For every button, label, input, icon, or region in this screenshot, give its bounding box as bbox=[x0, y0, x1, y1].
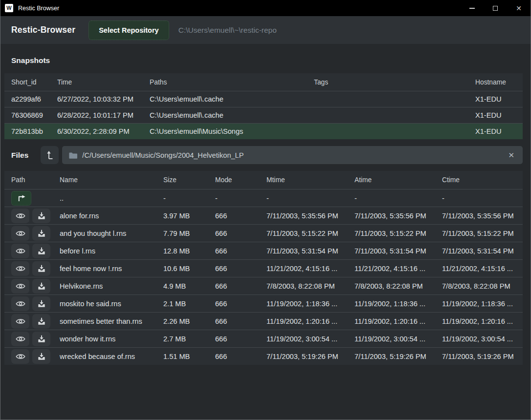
file-ctime: 7/11/2003, 5:31:54 PM bbox=[442, 247, 523, 255]
parent-dir-button[interactable] bbox=[11, 191, 31, 206]
clear-path-button[interactable]: ✕ bbox=[507, 151, 516, 160]
file-ctime: 11/19/2002, 1:18:36 ... bbox=[442, 300, 523, 308]
download-file-button[interactable] bbox=[32, 296, 50, 311]
preview-file-button[interactable] bbox=[11, 261, 29, 276]
eye-icon bbox=[16, 335, 25, 343]
app-title: Restic-Browser bbox=[11, 25, 75, 35]
preview-file-button[interactable] bbox=[11, 209, 29, 223]
snapshot-hostname: X1-EDU bbox=[475, 127, 523, 135]
file-atime: 7/11/2003, 5:15:22 PM bbox=[354, 230, 442, 237]
turn-right-arrow-icon bbox=[17, 194, 26, 202]
file-row: before l.rns 12.8 MB 666 7/11/2003, 5:31… bbox=[4, 242, 523, 259]
minimize-icon bbox=[469, 8, 475, 9]
file-mtime: 7/11/2003, 5:31:54 PM bbox=[266, 247, 354, 255]
column-header-size: Size bbox=[163, 176, 215, 184]
download-icon bbox=[38, 300, 45, 308]
files-heading: Files bbox=[11, 151, 28, 160]
column-header-ctime: Ctime bbox=[442, 176, 523, 184]
file-size: 2.7 MB bbox=[163, 335, 215, 343]
window-title: Restic Browser bbox=[18, 5, 59, 12]
column-header-short-id: Short_id bbox=[11, 79, 57, 86]
file-row: alone for.rns 3.97 MB 666 7/11/2003, 5:3… bbox=[4, 207, 523, 224]
snapshot-paths: C:\Users\emuell\.cache bbox=[150, 111, 314, 119]
snapshot-paths: C:\Users\emuell\.cache bbox=[150, 95, 314, 103]
file-mtime: 7/11/2003, 5:35:56 PM bbox=[266, 212, 354, 220]
file-size: 10.6 MB bbox=[163, 265, 215, 273]
download-icon bbox=[38, 265, 45, 273]
download-icon bbox=[38, 282, 45, 290]
file-mode: 666 bbox=[215, 317, 266, 325]
file-atime: 11/19/2002, 1:18:36 ... bbox=[354, 300, 442, 308]
column-header-hostname: Hostname bbox=[475, 79, 523, 86]
snapshot-row[interactable]: 76306869 6/28/2022, 10:01:17 PM C:\Users… bbox=[4, 107, 523, 123]
eye-icon bbox=[16, 300, 25, 308]
download-file-button[interactable] bbox=[32, 244, 50, 258]
minimize-button[interactable] bbox=[460, 0, 484, 16]
file-mtime: 7/11/2003, 5:19:26 PM bbox=[266, 353, 354, 360]
file-mode: 666 bbox=[215, 335, 266, 343]
repository-path: C:\Users\emuell\~\restic-repo bbox=[178, 26, 277, 35]
file-name: moskito he said.rns bbox=[60, 300, 163, 308]
select-repository-button[interactable]: Select Repository bbox=[88, 21, 169, 40]
file-row: wrecked because of.rns 1.51 MB 666 7/11/… bbox=[4, 347, 523, 365]
preview-file-button[interactable] bbox=[11, 332, 29, 346]
path-breadcrumb: /C/Users/emuell/Music/Songs/2004_Helveti… bbox=[62, 146, 523, 164]
app-header: Restic-Browser Select Repository C:\User… bbox=[0, 16, 531, 44]
download-file-button[interactable] bbox=[32, 332, 50, 346]
download-file-button[interactable] bbox=[32, 349, 50, 364]
preview-file-button[interactable] bbox=[11, 296, 29, 311]
file-mode: 666 bbox=[215, 282, 266, 290]
files-table-header: Path Name Size Mode Mtime Atime Ctime bbox=[4, 171, 523, 189]
preview-file-button[interactable] bbox=[11, 314, 29, 329]
file-mtime: 11/19/2002, 3:00:54 ... bbox=[266, 335, 354, 343]
file-mode: 666 bbox=[215, 212, 266, 220]
file-name: feel home now !.rns bbox=[60, 265, 163, 273]
file-name: alone for.rns bbox=[60, 212, 163, 220]
preview-file-button[interactable] bbox=[11, 244, 29, 258]
titlebar: W Restic Browser ✕ bbox=[0, 0, 531, 16]
maximize-button[interactable] bbox=[484, 0, 507, 16]
file-mtime: 11/19/2002, 1:18:36 ... bbox=[266, 300, 354, 308]
download-icon bbox=[38, 212, 45, 220]
download-file-button[interactable] bbox=[32, 209, 50, 223]
file-name: wrecked because of.rns bbox=[60, 353, 163, 360]
snapshots-heading: Snapshots bbox=[0, 44, 531, 73]
file-atime: 7/11/2003, 5:19:26 PM bbox=[354, 353, 442, 360]
file-ctime: 7/11/2003, 5:19:26 PM bbox=[442, 353, 523, 360]
app-icon: W bbox=[5, 4, 13, 12]
maximize-icon bbox=[493, 6, 498, 11]
download-icon bbox=[38, 230, 45, 237]
download-file-button[interactable] bbox=[32, 279, 50, 294]
eye-icon bbox=[16, 212, 25, 220]
snapshot-row-selected[interactable]: 72b813bb 6/30/2022, 2:28:09 PM C:\Users\… bbox=[4, 123, 523, 139]
snapshot-short-id: 76306869 bbox=[11, 111, 57, 119]
file-ctime: 11/21/2002, 4:15:16 ... bbox=[442, 265, 523, 273]
file-mode: 666 bbox=[215, 230, 266, 237]
download-icon bbox=[38, 335, 45, 343]
preview-file-button[interactable] bbox=[11, 349, 29, 364]
file-name: .. bbox=[60, 194, 163, 202]
file-mtime: 7/8/2003, 8:22:08 PM bbox=[266, 282, 354, 290]
file-size: 12.8 MB bbox=[163, 247, 215, 255]
download-file-button[interactable] bbox=[32, 226, 50, 241]
file-ctime: - bbox=[442, 194, 523, 202]
file-mtime: 11/19/2002, 1:20:16 ... bbox=[266, 317, 354, 325]
column-header-atime: Atime bbox=[354, 176, 442, 184]
file-size: 2.26 MB bbox=[163, 317, 215, 325]
folder-icon bbox=[69, 152, 77, 159]
download-file-button[interactable] bbox=[32, 314, 50, 329]
column-header-mode: Mode bbox=[215, 176, 266, 184]
close-button[interactable]: ✕ bbox=[507, 0, 531, 16]
download-file-button[interactable] bbox=[32, 261, 50, 276]
file-name: sometimes better than.rns bbox=[60, 317, 163, 325]
preview-file-button[interactable] bbox=[11, 226, 29, 241]
file-size: 1.51 MB bbox=[163, 353, 215, 360]
snapshot-row[interactable]: a2299af6 6/27/2022, 10:03:32 PM C:\Users… bbox=[4, 91, 523, 107]
file-atime: 7/11/2003, 5:31:54 PM bbox=[354, 247, 442, 255]
file-atime: 11/21/2002, 4:15:16 ... bbox=[354, 265, 442, 273]
parent-dir-row: .. - - - - - bbox=[4, 189, 523, 207]
goto-root-button[interactable] bbox=[41, 146, 59, 164]
preview-file-button[interactable] bbox=[11, 279, 29, 294]
file-atime: 7/8/2003, 8:22:08 PM bbox=[354, 282, 442, 290]
files-table: Path Name Size Mode Mtime Atime Ctime ..… bbox=[4, 171, 523, 365]
